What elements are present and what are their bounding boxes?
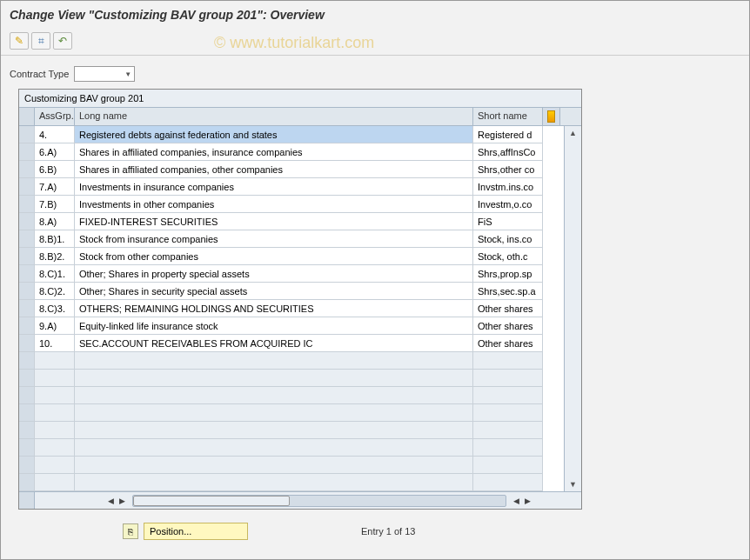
toggle-edit-button[interactable]: ✎ (10, 32, 29, 50)
table-row[interactable]: 6.B)Shares in affiliated companies, othe… (19, 161, 564, 178)
scroll-up-icon[interactable]: ▲ (569, 126, 577, 140)
table-row[interactable]: 4.Registered debts against federation an… (19, 126, 564, 143)
cell-assgrp[interactable]: 4. (35, 126, 75, 143)
cell-longname[interactable]: Equity-linked life insurance stock (75, 317, 473, 335)
contract-type-dropdown[interactable]: ▼ (74, 66, 135, 82)
table-row[interactable]: 8.A)FIXED-INTEREST SECURITIESFiS (19, 213, 564, 230)
column-config-button[interactable] (543, 108, 560, 125)
cell-empty (473, 404, 543, 422)
row-selector (19, 370, 35, 387)
row-selector[interactable] (19, 248, 35, 265)
cell-longname[interactable]: Registered debts against federation and … (75, 126, 473, 143)
cell-longname[interactable]: Investments in other companies (75, 196, 473, 213)
table-row[interactable]: 8.C)2.Other; Shares in security special … (19, 283, 564, 300)
cell-empty (75, 370, 473, 387)
column-header-longname[interactable]: Long name (75, 108, 473, 125)
cell-assgrp[interactable]: 8.B)1. (35, 230, 75, 248)
cell-longname[interactable]: Investments in insurance companies (75, 178, 473, 196)
data-table: Customizing BAV group 201 AssGrp... Long… (18, 89, 582, 510)
row-selector[interactable] (19, 317, 35, 335)
cell-shortname[interactable]: Stock, oth.c (473, 248, 543, 265)
cell-longname[interactable]: Stock from insurance companies (75, 230, 473, 248)
row-selector[interactable] (19, 143, 35, 161)
cell-empty (75, 474, 473, 491)
cell-shortname[interactable]: Shrs,prop.sp (473, 265, 543, 283)
cell-empty (35, 404, 75, 422)
table-row[interactable]: 8.B)1.Stock from insurance companiesStoc… (19, 230, 564, 248)
cell-shortname[interactable]: Invstm.ins.co (473, 178, 543, 196)
cell-longname[interactable]: FIXED-INTEREST SECURITIES (75, 213, 473, 230)
cell-assgrp[interactable]: 6.B) (35, 161, 75, 178)
select-all-column[interactable] (19, 108, 35, 125)
row-selector[interactable] (19, 161, 35, 178)
table-row[interactable]: 7.B)Investments in other companiesInvest… (19, 196, 564, 213)
position-button[interactable]: Position... (144, 523, 248, 540)
column-header-assgrp[interactable]: AssGrp... (35, 108, 75, 125)
cell-empty (473, 370, 543, 387)
cell-shortname[interactable]: Shrs,affInsCo (473, 143, 543, 161)
cell-empty (473, 457, 543, 474)
cell-assgrp[interactable]: 6.A) (35, 143, 75, 161)
scroll-thumb[interactable] (133, 496, 290, 506)
row-selector[interactable] (19, 178, 35, 196)
cell-assgrp[interactable]: 7.B) (35, 196, 75, 213)
cell-shortname[interactable]: Other shares (473, 335, 543, 352)
row-selector (19, 422, 35, 439)
cell-shortname[interactable]: FiS (473, 213, 543, 230)
table-row[interactable]: 7.A)Investments in insurance companiesIn… (19, 178, 564, 196)
row-selector[interactable] (19, 230, 35, 248)
cell-longname[interactable]: SEC.ACCOUNT RECEIVABLES FROM ACQUIRED IC (75, 335, 473, 352)
selection-icon: ⌗ (38, 35, 44, 47)
cell-assgrp[interactable]: 8.A) (35, 213, 75, 230)
cell-assgrp[interactable]: 10. (35, 335, 75, 352)
select-all-button[interactable]: ⌗ (31, 32, 50, 50)
scroll-left-buttons[interactable]: ◀▶ (75, 497, 131, 505)
cell-shortname[interactable]: Registered d (473, 126, 543, 143)
cell-longname[interactable]: Shares in affiliated companies, other co… (75, 161, 473, 178)
scroll-right-buttons[interactable]: ◀▶ (508, 497, 564, 505)
row-selector[interactable] (19, 335, 35, 352)
cell-empty (75, 422, 473, 439)
horizontal-scrollbar[interactable] (132, 495, 506, 507)
row-selector[interactable] (19, 300, 35, 317)
cell-shortname[interactable]: Stock, ins.co (473, 230, 543, 248)
row-selector[interactable] (19, 283, 35, 300)
table-row[interactable]: 9.A)Equity-linked life insurance stockOt… (19, 317, 564, 335)
position-icon[interactable]: ⎘ (123, 523, 138, 539)
cell-assgrp[interactable]: 9.A) (35, 317, 75, 335)
undo-icon: ↶ (58, 35, 67, 47)
table-row[interactable]: 8.C)3.OTHERS; REMAINING HOLDINGS AND SEC… (19, 300, 564, 317)
row-selector[interactable] (19, 265, 35, 283)
cell-assgrp[interactable]: 8.B)2. (35, 248, 75, 265)
table-row[interactable]: 8.C)1.Other; Shares in property special … (19, 265, 564, 283)
cell-shortname[interactable]: Other shares (473, 317, 543, 335)
cell-assgrp[interactable]: 8.C)2. (35, 283, 75, 300)
cell-longname[interactable]: Other; Shares in property special assets (75, 265, 473, 283)
undo-button[interactable]: ↶ (53, 32, 72, 50)
cell-longname[interactable]: Other; Shares in security special assets (75, 283, 473, 300)
scroll-down-icon[interactable]: ▼ (569, 477, 577, 491)
vertical-scrollbar[interactable]: ▲ ▼ (564, 126, 581, 491)
cell-assgrp[interactable]: 7.A) (35, 178, 75, 196)
row-selector (19, 404, 35, 422)
row-selector[interactable] (19, 196, 35, 213)
row-selector[interactable] (19, 213, 35, 230)
cell-longname[interactable]: Shares in affiliated companies, insuranc… (75, 143, 473, 161)
table-row-empty (19, 439, 564, 457)
row-selector[interactable] (19, 126, 35, 143)
cell-shortname[interactable]: Investm,o.co (473, 196, 543, 213)
cell-longname[interactable]: OTHERS; REMAINING HOLDINGS AND SECURITIE… (75, 300, 473, 317)
cell-empty (473, 352, 543, 370)
cell-assgrp[interactable]: 8.C)3. (35, 300, 75, 317)
cell-longname[interactable]: Stock from other companies (75, 248, 473, 265)
cell-shortname[interactable]: Other shares (473, 300, 543, 317)
table-row[interactable]: 10.SEC.ACCOUNT RECEIVABLES FROM ACQUIRED… (19, 335, 564, 352)
cell-empty (35, 352, 75, 370)
table-row[interactable]: 8.B)2.Stock from other companiesStock, o… (19, 248, 564, 265)
cell-shortname[interactable]: Shrs,other co (473, 161, 543, 178)
cell-assgrp[interactable]: 8.C)1. (35, 265, 75, 283)
column-header-shortname[interactable]: Short name (473, 108, 543, 125)
cell-shortname[interactable]: Shrs,sec.sp.a (473, 283, 543, 300)
cell-empty (75, 404, 473, 422)
table-row[interactable]: 6.A)Shares in affiliated companies, insu… (19, 143, 564, 161)
